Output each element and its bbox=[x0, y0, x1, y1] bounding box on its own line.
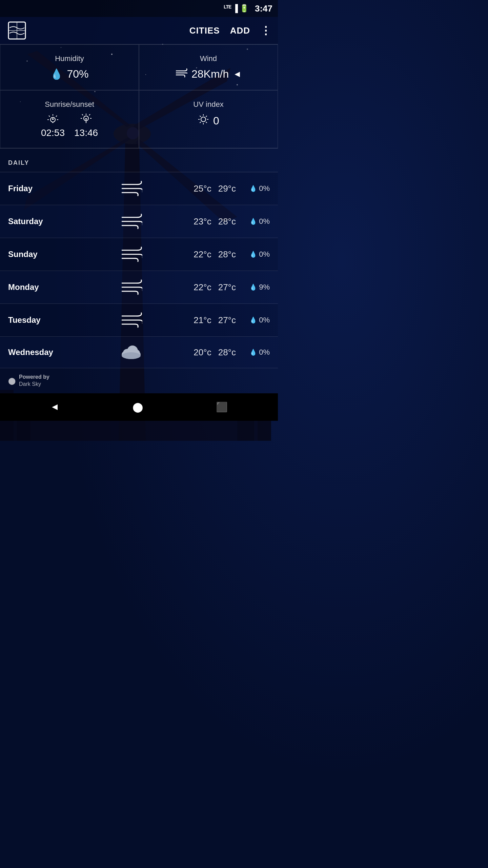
powered-by-text: Powered byDark Sky bbox=[19, 374, 49, 388]
cities-nav-button[interactable]: CITIES bbox=[189, 25, 220, 36]
sunrise-icon bbox=[47, 114, 58, 125]
day-precip: 💧 0% bbox=[243, 217, 270, 226]
uv-label: UV index bbox=[149, 100, 267, 109]
daily-row: Tuesday 21°c 27°c 💧 0% bbox=[0, 304, 278, 337]
day-temps: 25°c 29°c bbox=[194, 183, 236, 194]
powered-by: ⬤ Powered byDark Sky bbox=[0, 368, 278, 393]
day-temps: 22°c 28°c bbox=[194, 249, 236, 260]
daily-section: DAILY Friday 25°c 29°c 💧 0% Saturday bbox=[0, 154, 278, 368]
temp-high: 29°c bbox=[218, 183, 236, 194]
precip-icon: 💧 bbox=[249, 316, 257, 324]
day-weather-icon bbox=[69, 213, 194, 230]
day-precip: 💧 0% bbox=[243, 348, 270, 357]
day-temps: 22°c 27°c bbox=[194, 282, 236, 293]
top-nav: CITIES ADD ⋮ bbox=[0, 17, 278, 44]
day-precip: 💧 0% bbox=[243, 316, 270, 324]
home-button[interactable]: ⬤ bbox=[130, 399, 146, 415]
status-icons: LTE ▐ 🔋 bbox=[224, 4, 249, 13]
wind-cell: Wind 28Km/h ◄ bbox=[139, 44, 278, 90]
day-name: Wednesday bbox=[8, 348, 69, 357]
daily-row: Saturday 23°c 28°c 💧 0% bbox=[0, 205, 278, 238]
day-name: Saturday bbox=[8, 217, 69, 226]
day-temps: 21°c 27°c bbox=[194, 315, 236, 326]
precip-icon: 💧 bbox=[249, 218, 257, 225]
humidity-cell: Humidity 💧 70% bbox=[0, 44, 139, 90]
sunrise-label: Sunrise/sunset bbox=[11, 100, 128, 109]
precip-icon: 💧 bbox=[249, 185, 257, 192]
svg-marker-44 bbox=[85, 118, 87, 120]
day-weather-icon bbox=[69, 278, 194, 296]
svg-line-52 bbox=[206, 116, 207, 117]
humidity-label: Humidity bbox=[11, 54, 128, 63]
svg-line-33 bbox=[49, 116, 50, 117]
sunrise-times: 02:53 bbox=[11, 114, 128, 138]
nav-links: CITIES ADD ⋮ bbox=[189, 24, 271, 37]
uv-cell: UV index 0 bbox=[139, 90, 278, 148]
precip-value: 0% bbox=[259, 348, 270, 357]
back-button[interactable]: ◄ bbox=[47, 399, 62, 415]
daily-row: Sunday 22°c 28°c 💧 0% bbox=[0, 238, 278, 271]
day-weather-icon bbox=[69, 344, 194, 360]
uv-number: 0 bbox=[213, 115, 219, 127]
lte-icon: LTE ▐ bbox=[224, 4, 238, 13]
recents-button[interactable]: ⬛ bbox=[213, 399, 230, 415]
day-precip: 💧 9% bbox=[243, 283, 270, 292]
wind-speed: 28Km/h bbox=[191, 68, 229, 80]
precip-value: 9% bbox=[259, 283, 270, 292]
status-bar: LTE ▐ 🔋 3:47 bbox=[0, 0, 278, 17]
sunset-item: 13:46 bbox=[74, 114, 98, 138]
temp-low: 22°c bbox=[194, 282, 211, 293]
day-precip: 💧 0% bbox=[243, 184, 270, 193]
svg-point-45 bbox=[201, 117, 206, 122]
temp-high: 27°c bbox=[218, 315, 236, 326]
wind-icon bbox=[175, 68, 187, 80]
sunrise-cell: Sunrise/sunset bbox=[0, 90, 139, 148]
svg-line-34 bbox=[56, 116, 57, 117]
precip-value: 0% bbox=[259, 217, 270, 226]
wind-label: Wind bbox=[149, 54, 267, 63]
sunrise-item: 02:53 bbox=[41, 114, 65, 138]
humidity-value: 💧 70% bbox=[11, 68, 128, 80]
daily-rows-container: Friday 25°c 29°c 💧 0% Saturday bbox=[0, 172, 278, 368]
powered-by-icon: ⬤ bbox=[8, 377, 16, 385]
bottom-nav: ◄ ⬤ ⬛ bbox=[0, 393, 278, 421]
svg-line-53 bbox=[200, 122, 201, 123]
sunset-time: 13:46 bbox=[74, 127, 98, 138]
temp-high: 27°c bbox=[218, 282, 236, 293]
sunrise-time: 02:53 bbox=[41, 127, 65, 138]
humidity-number: 70% bbox=[67, 68, 88, 80]
humidity-icon: 💧 bbox=[50, 68, 63, 80]
precip-value: 0% bbox=[259, 316, 270, 324]
temp-low: 21°c bbox=[194, 315, 211, 326]
daily-header: DAILY bbox=[0, 154, 278, 172]
svg-line-41 bbox=[82, 114, 83, 115]
svg-line-42 bbox=[89, 114, 90, 115]
precip-icon: 💧 bbox=[249, 283, 257, 291]
svg-marker-36 bbox=[52, 118, 54, 120]
svg-point-73 bbox=[122, 352, 141, 359]
temp-high: 28°c bbox=[218, 249, 236, 260]
svg-line-50 bbox=[200, 116, 201, 117]
daily-row: Monday 22°c 27°c 💧 9% bbox=[0, 271, 278, 304]
battery-icon: 🔋 bbox=[240, 4, 249, 13]
daily-row: Wednesday 20°c 28°c 💧 0% bbox=[0, 337, 278, 368]
svg-line-51 bbox=[206, 122, 207, 123]
more-nav-button[interactable]: ⋮ bbox=[260, 24, 271, 37]
day-temps: 20°c 28°c bbox=[194, 347, 236, 358]
app-logo bbox=[7, 20, 27, 41]
sunset-icon bbox=[81, 114, 92, 125]
wind-value: 28Km/h ◄ bbox=[149, 68, 267, 80]
uv-icon bbox=[198, 114, 209, 128]
day-name: Friday bbox=[8, 184, 69, 193]
day-weather-icon bbox=[69, 180, 194, 197]
day-weather-icon bbox=[69, 245, 194, 263]
daily-row: Friday 25°c 29°c 💧 0% bbox=[0, 172, 278, 205]
temp-low: 20°c bbox=[194, 347, 211, 358]
temp-low: 25°c bbox=[194, 183, 211, 194]
day-name: Tuesday bbox=[8, 315, 69, 325]
precip-value: 0% bbox=[259, 184, 270, 193]
day-name: Sunday bbox=[8, 250, 69, 259]
temp-low: 23°c bbox=[194, 216, 211, 227]
add-nav-button[interactable]: ADD bbox=[230, 25, 250, 36]
weather-info-grid: Humidity 💧 70% Wind bbox=[0, 44, 278, 149]
